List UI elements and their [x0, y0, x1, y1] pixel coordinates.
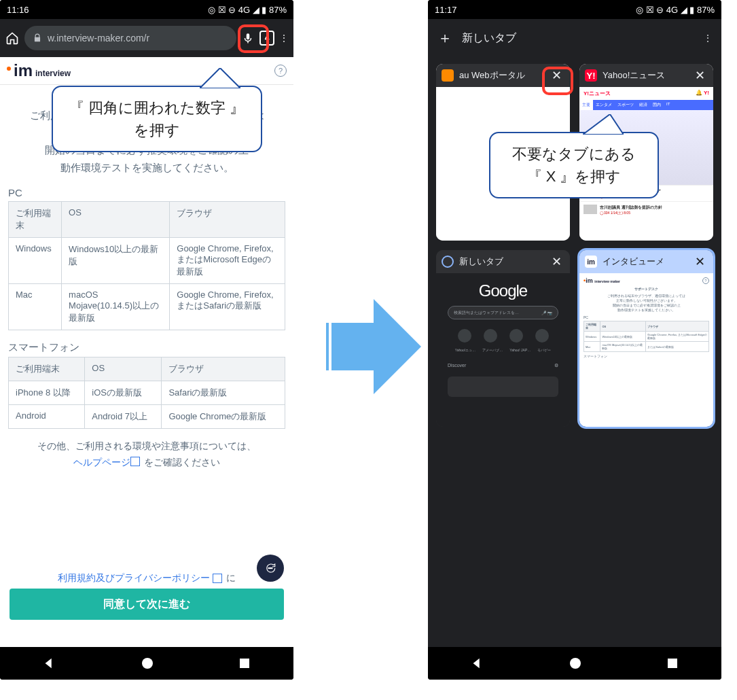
tab-title: au Webポータル: [459, 69, 543, 82]
favicon-interview-maker: im: [585, 256, 597, 268]
external-link-icon: [132, 458, 140, 466]
kebab-menu-icon[interactable]: ⋮: [280, 33, 288, 43]
status-time: 11:16: [7, 5, 29, 15]
status-bar: 11:17 ◎ ☒ ⊖ 4G ◢ ▮ 87%: [428, 0, 721, 19]
status-icons: ◎ ☒ ⊖ 4G ◢ ▮ 87%: [208, 5, 287, 15]
shortcut-icon: [458, 329, 471, 343]
shortcut-icon: [535, 329, 549, 343]
annotation-highlight-close-x: [542, 67, 573, 95]
svg-point-2: [272, 567, 273, 569]
shortcut-icon: [509, 329, 523, 343]
svg-point-11: [570, 658, 581, 669]
favicon-chrome: [442, 256, 454, 268]
close-tab-button[interactable]: ✕: [549, 254, 564, 269]
close-tab-button[interactable]: ✕: [692, 68, 708, 83]
agree-continue-button[interactable]: 同意して次に進む: [10, 589, 284, 620]
nav-recent-icon[interactable]: [238, 657, 251, 670]
nav-back-icon[interactable]: [470, 656, 485, 671]
close-tab-button[interactable]: ✕: [692, 254, 708, 269]
svg-rect-4: [240, 659, 249, 668]
favicon-au: [442, 69, 454, 82]
status-bar: 11:16 ◎ ☒ ⊖ 4G ◢ ▮ 87%: [0, 0, 293, 19]
kebab-menu-icon[interactable]: ⋮: [704, 33, 712, 43]
sp-table: ご利用端末OSブラウザ iPhone 8 以降iOSの最新版Safariの最新版…: [8, 357, 285, 429]
tab-title: インタビューメ: [603, 256, 687, 268]
help-note: その他、ご利用される環境や注意事項については、 ヘルプページ をご確認ください: [8, 438, 285, 471]
tab-title: Yahoo!ニュース: [603, 69, 687, 82]
svg-rect-10: [331, 323, 334, 370]
footer-terms: 利用規約及びプライバシーポリシー に: [0, 572, 293, 584]
tab-preview: Google 検索語句またはウェブアドレスを… 🎤 📷 Yah: [436, 273, 570, 427]
tab-preview: •im interview maker? サポートデスク ご利用される端末やブラ…: [579, 273, 713, 427]
url-text: w.interview-maker.com/r: [48, 33, 149, 43]
tab-switcher-header: ＋ 新しいタブ ⋮: [428, 19, 721, 57]
google-logo: Google: [479, 281, 527, 300]
tab-title: 新しいタブ: [459, 256, 543, 268]
nav-home-icon[interactable]: [141, 657, 154, 670]
svg-rect-12: [668, 659, 677, 668]
svg-point-1: [270, 567, 271, 569]
status-time: 11:17: [435, 5, 457, 15]
svg-marker-6: [326, 299, 421, 394]
favicon-yahoo: Y!: [585, 69, 597, 82]
sp-heading: スマートフォン: [8, 341, 285, 354]
bell-icon: 🔔 Y!: [696, 90, 709, 97]
terms-link[interactable]: 利用規約及びプライバシーポリシー: [58, 572, 210, 584]
android-nav-bar: [428, 647, 721, 680]
svg-marker-13: [583, 114, 624, 135]
svg-point-3: [142, 658, 153, 669]
nav-home-icon[interactable]: [569, 657, 582, 670]
help-page-link[interactable]: ヘルプページ: [73, 457, 130, 468]
flow-arrow-icon: [326, 292, 421, 401]
new-tab-button[interactable]: ＋ 新しいタブ: [437, 28, 516, 48]
annotation-highlight-tab-count: [238, 24, 269, 53]
gear-icon: ⚙: [554, 363, 558, 368]
nav-recent-icon[interactable]: [666, 657, 679, 670]
android-nav-bar: [0, 647, 293, 680]
shortcut-icon: [484, 329, 497, 343]
svg-point-0: [268, 567, 270, 569]
tab-card-google[interactable]: 新しいタブ ✕ Google 検索語句またはウェブアドレスを… 🎤 📷: [436, 250, 570, 427]
interview-maker-logo: im interview: [7, 61, 71, 80]
url-bar[interactable]: w.interview-maker.com/r: [24, 26, 236, 50]
nav-back-icon[interactable]: [42, 656, 57, 671]
svg-marker-5: [200, 68, 240, 88]
lock-icon: [33, 33, 42, 43]
plus-icon: ＋: [437, 28, 452, 48]
page-header: im interview ?: [0, 57, 293, 85]
tab-card-interview-maker[interactable]: im インタビューメ ✕ •im interview maker? サポートデス…: [579, 250, 713, 427]
external-link-icon: [214, 575, 222, 583]
pc-heading: PC: [8, 187, 285, 198]
pc-table: ご利用端末OSブラウザ WindowsWindows10以上の最新版Google…: [8, 201, 285, 330]
callout-tab-count: 『 四角に囲われた数字 』 を押す: [52, 86, 262, 152]
mic-icon: 🎤 📷: [541, 311, 552, 315]
status-icons: ◎ ☒ ⊖ 4G ◢ ▮ 87%: [636, 5, 715, 15]
help-icon[interactable]: ?: [274, 65, 287, 77]
google-search-bar: 検索語句またはウェブアドレスを… 🎤 📷: [448, 306, 558, 319]
home-icon[interactable]: [5, 31, 19, 45]
phone-right: 11:17 ◎ ☒ ⊖ 4G ◢ ▮ 87% ＋ 新しいタブ ⋮ au Webポ…: [428, 0, 721, 680]
callout-close-x: 不要なタブにある 『 X 』を押す: [489, 132, 659, 198]
svg-rect-9: [326, 323, 329, 370]
